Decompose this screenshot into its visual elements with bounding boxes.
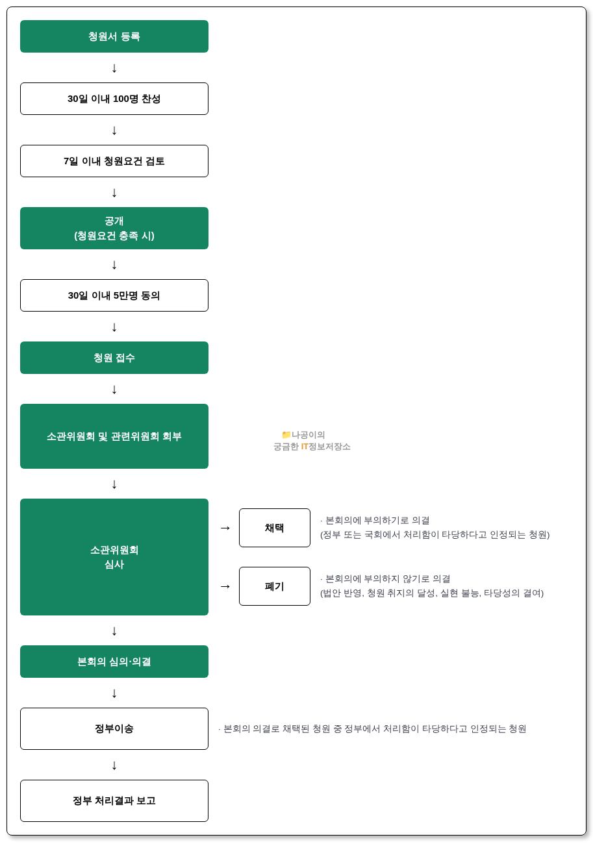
step-register: 청원서 등록 <box>20 20 208 53</box>
arrow-right-icon: → <box>218 519 233 536</box>
branch-discard-box: 폐기 <box>239 567 310 606</box>
note-discard-line2: (법안 반영, 청원 취지의 달성, 실현 불능, 타당성의 결여) <box>320 586 544 601</box>
branch-column: → 채택 · 본회의에 부의하기로 의결 (정부 또는 국회에서 처리함이 타당… <box>218 499 550 615</box>
arrow-down-icon: ↓ <box>111 318 118 335</box>
step-govt-report: 정부 처리결과 보고 <box>20 780 208 822</box>
arrow-right-icon: → <box>218 578 233 595</box>
watermark-text-2c: 정보저장소 <box>309 441 351 451</box>
step-review-7days-label: 7일 이내 청원요건 검토 <box>64 154 165 169</box>
step-committee-referral-label: 소관위원회 및 관련위원회 회부 <box>47 429 182 444</box>
branch-adopt-row: → 채택 · 본회의에 부의하기로 의결 (정부 또는 국회에서 처리함이 타당… <box>218 508 550 547</box>
arrow-down-icon: ↓ <box>111 622 118 639</box>
step-committee-review-label-1: 소관위원회 <box>90 543 139 558</box>
review-branch-row: 소관위원회 심사 → 채택 · 본회의에 부의하기로 의결 (정부 또는 국회에… <box>20 499 573 615</box>
note-transfer: · 본회의 의결로 채택된 청원 중 정부에서 처리함이 타당하다고 인정되는 … <box>218 723 527 735</box>
note-discard: · 본회의에 부의하지 않기로 의결 (법안 반영, 청원 취지의 달성, 실현… <box>320 572 544 600</box>
arrow-down-icon: ↓ <box>111 475 118 492</box>
watermark: 📁나공이의 궁금한 IT정보저장소 <box>273 429 351 453</box>
arrow-down-icon: ↓ <box>111 184 118 201</box>
main-flow-column-end: ↓ 정부 처리결과 보고 <box>20 750 208 822</box>
step-plenary-deliberation: 본회의 심의·의결 <box>20 645 208 678</box>
step-50k-agree: 30일 이내 5만명 동의 <box>20 279 208 312</box>
step-publish: 공개 (청원요건 충족 시) <box>20 207 208 249</box>
arrow-down-icon: ↓ <box>111 256 118 273</box>
watermark-text-2a: 궁금한 <box>273 441 301 451</box>
watermark-text-2b: IT <box>301 441 309 451</box>
branch-adopt-label: 채택 <box>265 522 284 534</box>
step-review-7days: 7일 이내 청원요건 검토 <box>20 145 208 177</box>
step-govt-transfer-label: 정부이송 <box>95 721 134 736</box>
step-plenary-deliberation-label: 본회의 심의·의결 <box>77 654 151 669</box>
branch-adopt-box: 채택 <box>239 508 310 547</box>
flowchart-container: 📁나공이의 궁금한 IT정보저장소 청원서 등록 ↓ 30일 이내 100명 찬… <box>6 6 587 836</box>
step-receipt-label: 청원 접수 <box>94 351 135 366</box>
step-publish-label-1: 공개 <box>105 214 124 229</box>
watermark-icon: 📁 <box>281 430 292 440</box>
step-govt-transfer: 정부이송 <box>20 708 208 750</box>
watermark-text-1: 나공이의 <box>292 430 325 440</box>
arrow-down-icon: ↓ <box>111 59 118 76</box>
note-adopt-line1: · 본회의에 부의하기로 의결 <box>320 514 550 528</box>
step-100-approve: 30일 이내 100명 찬성 <box>20 82 208 115</box>
step-committee-review-label-2: 심사 <box>105 557 124 572</box>
step-receipt: 청원 접수 <box>20 341 208 374</box>
branch-discard-label: 폐기 <box>265 580 284 593</box>
arrow-down-icon: ↓ <box>111 684 118 701</box>
step-publish-label-2: (청원요건 충족 시) <box>74 229 154 243</box>
step-50k-agree-label: 30일 이내 5만명 동의 <box>68 288 161 303</box>
arrow-down-icon: ↓ <box>111 756 118 773</box>
main-flow-column-bottom: ↓ 본회의 심의·의결 ↓ <box>20 615 208 708</box>
arrow-down-icon: ↓ <box>111 380 118 397</box>
note-adopt-line2: (정부 또는 국회에서 처리함이 타당하다고 인정되는 청원) <box>320 528 550 542</box>
branch-discard-row: → 폐기 · 본회의에 부의하지 않기로 의결 (법안 반영, 청원 취지의 달… <box>218 567 550 606</box>
step-govt-report-label: 정부 처리결과 보고 <box>73 793 156 808</box>
transfer-row: 정부이송 · 본회의 의결로 채택된 청원 중 정부에서 처리함이 타당하다고 … <box>20 708 573 750</box>
step-100-approve-label: 30일 이내 100명 찬성 <box>68 92 161 106</box>
note-adopt: · 본회의에 부의하기로 의결 (정부 또는 국회에서 처리함이 타당하다고 인… <box>320 514 550 541</box>
note-transfer-text: · 본회의 의결로 채택된 청원 중 정부에서 처리함이 타당하다고 인정되는 … <box>218 724 527 734</box>
step-committee-review: 소관위원회 심사 <box>20 499 208 615</box>
step-committee-referral: 소관위원회 및 관련위원회 회부 <box>20 404 208 469</box>
note-discard-line1: · 본회의에 부의하지 않기로 의결 <box>320 572 544 586</box>
step-register-label: 청원서 등록 <box>88 29 140 44</box>
arrow-down-icon: ↓ <box>111 121 118 138</box>
main-flow-column: 청원서 등록 ↓ 30일 이내 100명 찬성 ↓ 7일 이내 청원요건 검토 … <box>20 20 208 499</box>
